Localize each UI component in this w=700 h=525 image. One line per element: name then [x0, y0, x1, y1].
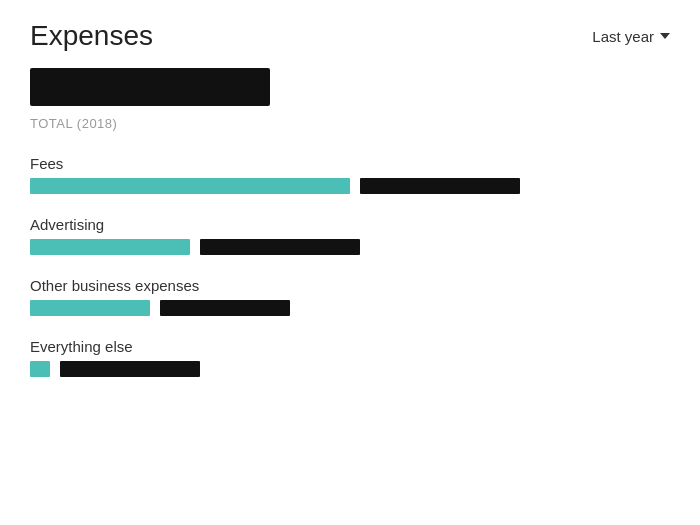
- expense-item-fees: Fees: [30, 155, 670, 194]
- expense-label-other: Other business expenses: [30, 277, 670, 294]
- expense-label-fees: Fees: [30, 155, 670, 172]
- teal-bar-advertising: [30, 239, 190, 255]
- total-label: TOTAL (2018): [30, 116, 670, 131]
- teal-bar-other: [30, 300, 150, 316]
- teal-bar-fees: [30, 178, 350, 194]
- widget-title: Expenses: [30, 20, 153, 52]
- period-selector[interactable]: Last year: [592, 28, 670, 45]
- widget-header: Expenses Last year: [30, 20, 670, 52]
- expense-label-advertising: Advertising: [30, 216, 670, 233]
- bar-row-everything: [30, 361, 670, 377]
- expense-item-everything: Everything else: [30, 338, 670, 377]
- total-bar: [30, 68, 270, 106]
- value-bar-advertising: [200, 239, 360, 255]
- expense-label-everything: Everything else: [30, 338, 670, 355]
- period-label: Last year: [592, 28, 654, 45]
- teal-bar-everything: [30, 361, 50, 377]
- expense-item-other: Other business expenses: [30, 277, 670, 316]
- expenses-widget: Expenses Last year TOTAL (2018) Fees Adv…: [0, 0, 700, 419]
- bar-row-advertising: [30, 239, 670, 255]
- value-bar-everything: [60, 361, 200, 377]
- value-bar-fees: [360, 178, 520, 194]
- expense-item-advertising: Advertising: [30, 216, 670, 255]
- bar-row-other: [30, 300, 670, 316]
- value-bar-other: [160, 300, 290, 316]
- chevron-down-icon: [660, 33, 670, 39]
- bar-row-fees: [30, 178, 670, 194]
